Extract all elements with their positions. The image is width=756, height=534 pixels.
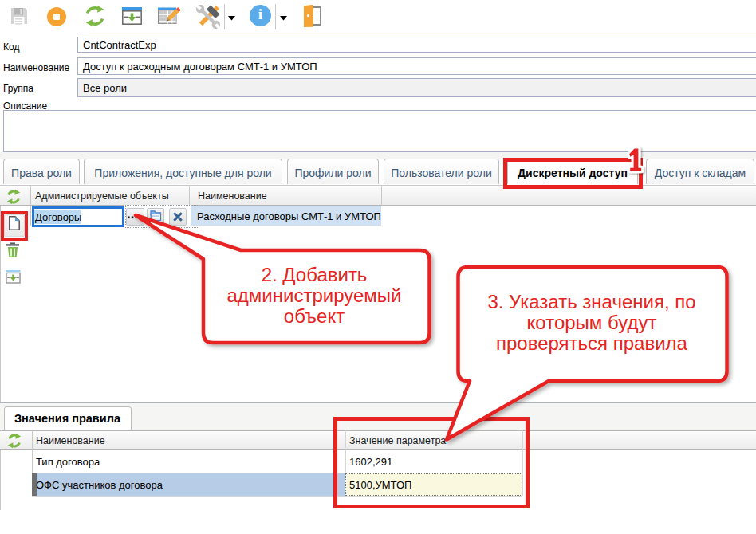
svg-text:проверяться правила: проверяться правила — [496, 332, 688, 354]
svg-text:объект: объект — [284, 305, 345, 327]
svg-text:которым будут: которым будут — [527, 312, 657, 333]
svg-text:3. Указать значения, по: 3. Указать значения, по — [487, 291, 695, 312]
svg-text:2. Добавить: 2. Добавить — [262, 264, 368, 285]
svg-text:администрируемый: администрируемый — [227, 285, 402, 306]
